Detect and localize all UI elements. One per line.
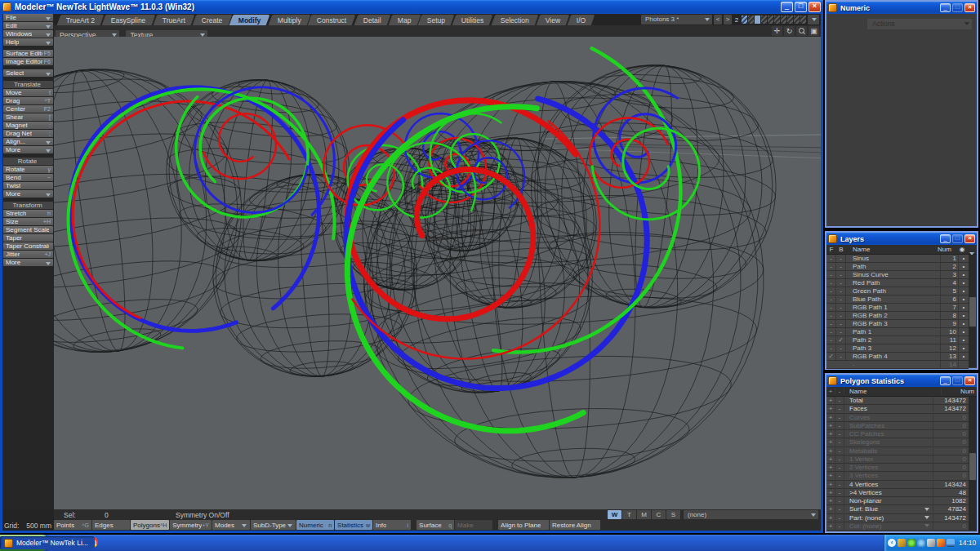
- select-plus-button[interactable]: +: [826, 455, 835, 463]
- select-minus-button[interactable]: -: [835, 405, 844, 412]
- mode-button[interactable]: Restore Align: [550, 520, 600, 530]
- layer-bank-prev-button[interactable]: <: [714, 15, 722, 24]
- tray-icon[interactable]: [927, 539, 935, 547]
- layer-foreground-flag[interactable]: ✓: [826, 353, 836, 360]
- select-plus-button[interactable]: +: [826, 472, 835, 479]
- layer-row[interactable]: - - RGB Path 2 8 •: [826, 312, 969, 320]
- tool-button[interactable]: Align...: [3, 138, 53, 145]
- select-minus-button[interactable]: -: [835, 455, 844, 463]
- vmap-mode-button[interactable]: C: [652, 510, 666, 519]
- layer-foreground-flag[interactable]: -: [826, 328, 836, 335]
- select-minus-button[interactable]: -: [835, 505, 844, 513]
- select-plus-button[interactable]: +: [826, 405, 835, 412]
- mode-button[interactable]: Edges: [92, 520, 130, 530]
- viewport-canvas[interactable]: [54, 37, 821, 509]
- menu-tab[interactable]: Setup: [418, 15, 455, 25]
- menu-tab[interactable]: Map: [388, 15, 420, 25]
- menu-button[interactable]: Edit: [3, 22, 53, 29]
- layer-foreground-flag[interactable]: -: [826, 304, 836, 311]
- tool-button[interactable]: Center F2: [3, 105, 53, 113]
- menu-tab[interactable]: Modify: [229, 15, 270, 25]
- mode-button[interactable]: Points ^G: [54, 520, 91, 530]
- maximize-button[interactable]: □: [795, 2, 807, 12]
- menu-tab[interactable]: TrueArt 2: [57, 15, 105, 25]
- tool-button[interactable]: Rotate y: [3, 166, 53, 173]
- select-plus-button[interactable]: +: [826, 464, 835, 471]
- layer-row[interactable]: - - RGB Path 3 9 •: [826, 320, 969, 328]
- mode-button[interactable]: Info i: [373, 520, 411, 530]
- stat-row[interactable]: + - Faces 143472: [826, 405, 969, 413]
- vmap-dropdown[interactable]: (none): [684, 510, 818, 519]
- select-minus-button[interactable]: -: [835, 522, 844, 530]
- tray-icon[interactable]: [937, 539, 945, 547]
- stat-row[interactable]: + - Non-planar 1082: [826, 497, 969, 505]
- menu-tab[interactable]: I/O: [568, 15, 595, 25]
- layers-close-button[interactable]: ×: [964, 234, 975, 243]
- tool-button[interactable]: Taper Constrain: [3, 242, 53, 250]
- mode-button[interactable]: SubD-Type: [251, 520, 296, 530]
- select-plus-button[interactable]: +: [826, 497, 835, 504]
- layer-slot[interactable]: [768, 16, 773, 24]
- layer-row[interactable]: - - Red Path 4 •: [826, 279, 969, 287]
- layer-background-flag[interactable]: -: [836, 344, 846, 352]
- tray-icon[interactable]: [898, 539, 906, 547]
- select-plus-button[interactable]: +: [826, 481, 835, 488]
- layer-bank-dropdown[interactable]: [808, 15, 819, 24]
- numeric-close-button[interactable]: ×: [964, 3, 975, 12]
- menu-button[interactable]: File: [3, 14, 53, 21]
- select-plus-button[interactable]: +: [826, 447, 835, 455]
- vmap-mode-button[interactable]: M: [637, 510, 651, 519]
- editor-button[interactable]: Image Editor F6: [3, 58, 53, 65]
- tool-button[interactable]: Rotate: [3, 158, 53, 165]
- tool-button[interactable]: Stretch h: [3, 210, 53, 217]
- layer-row[interactable]: - - Sinus Curve 3 •: [826, 271, 969, 279]
- layer-slot[interactable]: [755, 16, 760, 24]
- stats-title-bar[interactable]: Polygon Statistics _ □ ×: [826, 375, 977, 387]
- header-select-minus[interactable]: -: [835, 388, 844, 395]
- layer-slot[interactable]: [781, 16, 786, 24]
- menu-tab[interactable]: EasySpline: [102, 15, 155, 25]
- tool-button[interactable]: Shear [: [3, 113, 53, 121]
- header-foreground[interactable]: F: [826, 246, 836, 253]
- zoom-icon[interactable]: [796, 26, 807, 36]
- select-plus-button[interactable]: +: [826, 514, 835, 522]
- select-plus-button[interactable]: +: [826, 505, 835, 513]
- stat-row[interactable]: + - CC Patches 0: [826, 430, 969, 438]
- stats-scrollbar[interactable]: [969, 397, 977, 531]
- layers-scroll-thumb[interactable]: [969, 297, 976, 327]
- layer-slot[interactable]: [748, 16, 754, 24]
- layer-foreground-flag[interactable]: -: [826, 271, 836, 278]
- mode-button[interactable]: Numeric n: [296, 520, 334, 530]
- tray-icon[interactable]: [917, 539, 925, 547]
- layer-background-flag[interactable]: -: [836, 353, 846, 360]
- tool-button[interactable]: Drag ^T: [3, 97, 53, 104]
- mode-button[interactable]: Polygons ^H: [131, 520, 169, 530]
- layer-row[interactable]: - 14: [826, 361, 969, 369]
- layer-row[interactable]: - - Path 3 12 •: [826, 344, 969, 353]
- select-plus-button[interactable]: +: [826, 430, 835, 438]
- stats-scroll-thumb[interactable]: [969, 453, 976, 480]
- tool-button[interactable]: Taper: [3, 234, 53, 242]
- layer-foreground-flag[interactable]: -: [826, 320, 836, 327]
- select-minus-button[interactable]: -: [835, 422, 844, 429]
- stats-minimize-button[interactable]: _: [940, 376, 951, 385]
- layers-minimize-button[interactable]: _: [940, 234, 951, 243]
- tool-button[interactable]: Segment Scale: [3, 226, 53, 233]
- mode-button[interactable]: Statistics w: [335, 520, 372, 530]
- select-minus-button[interactable]: -: [835, 438, 844, 446]
- tray-chevron-icon[interactable]: ‹: [888, 539, 896, 547]
- layers-title-bar[interactable]: Layers _ □ ×: [826, 233, 977, 245]
- select-minus-button[interactable]: -: [835, 489, 844, 496]
- stat-row[interactable]: + - SubPatches 0: [826, 422, 969, 430]
- tool-button[interactable]: Jitter +J: [3, 251, 53, 258]
- header-num[interactable]: Num: [938, 246, 957, 253]
- tool-button[interactable]: More: [3, 146, 53, 153]
- tool-button[interactable]: Drag Net ;: [3, 130, 53, 137]
- select-minus-button[interactable]: -: [835, 497, 844, 504]
- layer-foreground-flag[interactable]: -: [826, 344, 836, 352]
- layer-bank-next-button[interactable]: >: [724, 15, 732, 24]
- layer-slot[interactable]: [774, 16, 780, 24]
- menu-tab[interactable]: TrueArt: [153, 15, 194, 25]
- layer-foreground-flag[interactable]: -: [826, 255, 836, 262]
- numeric-title-bar[interactable]: Numeric _ □ ×: [826, 2, 977, 14]
